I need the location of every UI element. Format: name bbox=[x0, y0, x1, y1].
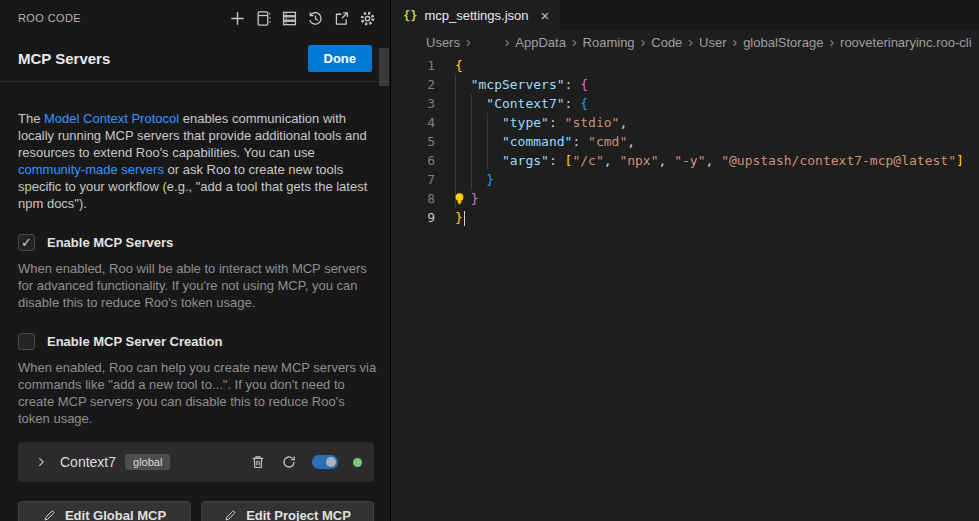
chevron-right-icon: › bbox=[732, 34, 737, 50]
code-line[interactable]: 5 "command": "cmd", bbox=[392, 132, 979, 151]
setting-item: Enable MCP Server CreationWhen enabled, … bbox=[18, 333, 375, 427]
panel-title: ROO CODE bbox=[18, 12, 81, 24]
pencil-icon bbox=[224, 509, 237, 521]
setting-label: Enable MCP Servers bbox=[47, 235, 173, 250]
prompts-notebook-icon[interactable] bbox=[255, 10, 272, 27]
line-number: 2 bbox=[392, 75, 435, 94]
restart-icon[interactable] bbox=[281, 454, 297, 470]
gutter-spacer bbox=[435, 170, 455, 189]
open-in-editor-icon[interactable] bbox=[333, 10, 350, 27]
chevron-right-icon: › bbox=[829, 34, 834, 50]
gutter-spacer bbox=[435, 208, 455, 227]
breadcrumb-segment[interactable]: Users bbox=[426, 35, 460, 50]
checkbox-checked[interactable]: ✓ bbox=[18, 234, 35, 251]
close-tab-icon[interactable]: × bbox=[541, 8, 550, 23]
breadcrumb-segment[interactable]: Roaming bbox=[583, 35, 635, 50]
breadcrumb-segment[interactable]: User bbox=[699, 35, 726, 50]
setting-item: ✓Enable MCP ServersWhen enabled, Roo wil… bbox=[18, 234, 375, 311]
line-number: 4 bbox=[392, 113, 435, 132]
tab-mcp-settings[interactable]: {} mcp_settings.json × bbox=[392, 0, 561, 31]
mcp-server-icon[interactable] bbox=[281, 10, 298, 27]
code-text: } bbox=[455, 170, 494, 189]
chevron-right-icon: › bbox=[466, 34, 471, 50]
line-number: 1 bbox=[392, 56, 435, 75]
done-button[interactable]: Done bbox=[308, 45, 373, 72]
code-editor[interactable]: 1{2 "mcpServers": {3 "Context7": {4 "typ… bbox=[392, 53, 979, 227]
intro-text: The bbox=[18, 111, 44, 126]
server-name: Context7 bbox=[60, 454, 116, 470]
breadcrumb-segment[interactable]: AppData bbox=[515, 35, 566, 50]
breadcrumb: Users››AppData›Roaming›Code›User›globalS… bbox=[392, 31, 979, 53]
editor-area: {} mcp_settings.json × Users››AppData›Ro… bbox=[392, 0, 979, 521]
page-header: MCP Servers Done bbox=[0, 32, 390, 76]
panel-header: ROO CODE bbox=[0, 0, 390, 32]
checkbox-unchecked[interactable] bbox=[18, 333, 35, 350]
setting-label: Enable MCP Server Creation bbox=[47, 334, 222, 349]
code-text: "args": ["/c", "npx", "-y", "@upstash/co… bbox=[455, 151, 964, 170]
intro-paragraph: The Model Context Protocol enables commu… bbox=[18, 110, 378, 212]
tab-filename: mcp_settings.json bbox=[424, 8, 528, 23]
toggle-knob bbox=[326, 457, 336, 467]
history-icon[interactable] bbox=[307, 10, 324, 27]
code-line[interactable]: 8 } bbox=[392, 189, 979, 208]
chevron-right-icon[interactable] bbox=[34, 455, 48, 469]
intro-link[interactable]: community-made servers bbox=[18, 162, 164, 177]
code-line[interactable]: 1{ bbox=[392, 56, 979, 75]
server-scope-badge: global bbox=[125, 454, 170, 470]
text-cursor bbox=[464, 211, 466, 226]
gutter-spacer bbox=[435, 132, 455, 151]
edit-project-mcp-label: Edit Project MCP bbox=[246, 508, 351, 521]
gutter-spacer bbox=[435, 113, 455, 132]
panel-toolbar bbox=[229, 10, 376, 27]
setting-description: When enabled, Roo will be able to intera… bbox=[18, 260, 378, 311]
code-text: "command": "cmd", bbox=[455, 132, 635, 151]
server-status-dot bbox=[353, 458, 362, 467]
gutter-spacer bbox=[435, 56, 455, 75]
page-title: MCP Servers bbox=[18, 50, 110, 67]
code-text: "type": "stdio", bbox=[455, 113, 627, 132]
chevron-right-icon: › bbox=[641, 34, 646, 50]
settings-list: ✓Enable MCP ServersWhen enabled, Roo wil… bbox=[18, 234, 375, 427]
code-lines: 1{2 "mcpServers": {3 "Context7": {4 "typ… bbox=[392, 56, 979, 227]
setting-description: When enabled, Roo can help you create ne… bbox=[18, 359, 378, 427]
code-line[interactable]: 9} bbox=[392, 208, 979, 227]
roo-code-panel: ROO CODE bbox=[0, 0, 391, 521]
delete-trash-icon[interactable] bbox=[250, 454, 266, 470]
breadcrumb-segment[interactable]: globalStorage bbox=[743, 35, 823, 50]
editor-tab-bar: {} mcp_settings.json × bbox=[392, 0, 979, 31]
footer-buttons: Edit Global MCP Edit Project MCP bbox=[18, 501, 374, 521]
chevron-right-icon: › bbox=[505, 34, 510, 50]
line-number: 6 bbox=[392, 151, 435, 170]
edit-global-mcp-button[interactable]: Edit Global MCP bbox=[18, 501, 191, 521]
code-line[interactable]: 6 "args": ["/c", "npx", "-y", "@upstash/… bbox=[392, 151, 979, 170]
chevron-right-icon: › bbox=[688, 34, 693, 50]
panel-scrollbar-thumb[interactable] bbox=[379, 48, 389, 86]
settings-gear-icon[interactable] bbox=[359, 10, 376, 27]
server-row-context7[interactable]: Context7 global bbox=[18, 442, 374, 482]
code-line[interactable]: 7 } bbox=[392, 170, 979, 189]
code-text: "mcpServers": { bbox=[455, 75, 588, 94]
code-line[interactable]: 3 "Context7": { bbox=[392, 94, 979, 113]
code-text: { bbox=[455, 56, 463, 75]
edit-project-mcp-button[interactable]: Edit Project MCP bbox=[201, 501, 374, 521]
code-text: } bbox=[455, 208, 465, 227]
intro-link[interactable]: Model Context Protocol bbox=[44, 111, 179, 126]
line-number: 9 bbox=[392, 208, 435, 227]
server-enabled-toggle[interactable] bbox=[312, 455, 338, 469]
line-number: 8 bbox=[392, 189, 435, 208]
code-line[interactable]: 2 "mcpServers": { bbox=[392, 75, 979, 94]
pencil-icon bbox=[43, 509, 56, 521]
code-line[interactable]: 4 "type": "stdio", bbox=[392, 113, 979, 132]
panel-content: The Model Context Protocol enables commu… bbox=[0, 82, 391, 521]
breadcrumb-segment[interactable]: Code bbox=[651, 35, 682, 50]
code-text: "Context7": { bbox=[455, 94, 588, 113]
gutter-spacer bbox=[435, 94, 455, 113]
new-task-plus-icon[interactable] bbox=[229, 10, 246, 27]
edit-global-mcp-label: Edit Global MCP bbox=[65, 508, 166, 521]
line-number: 5 bbox=[392, 132, 435, 151]
chevron-right-icon: › bbox=[572, 34, 577, 50]
json-file-icon: {} bbox=[403, 9, 417, 23]
breadcrumb-segment[interactable]: rooveterinaryinc.roo-cli bbox=[840, 35, 972, 50]
lightbulb-icon[interactable] bbox=[452, 191, 467, 206]
line-number: 7 bbox=[392, 170, 435, 189]
